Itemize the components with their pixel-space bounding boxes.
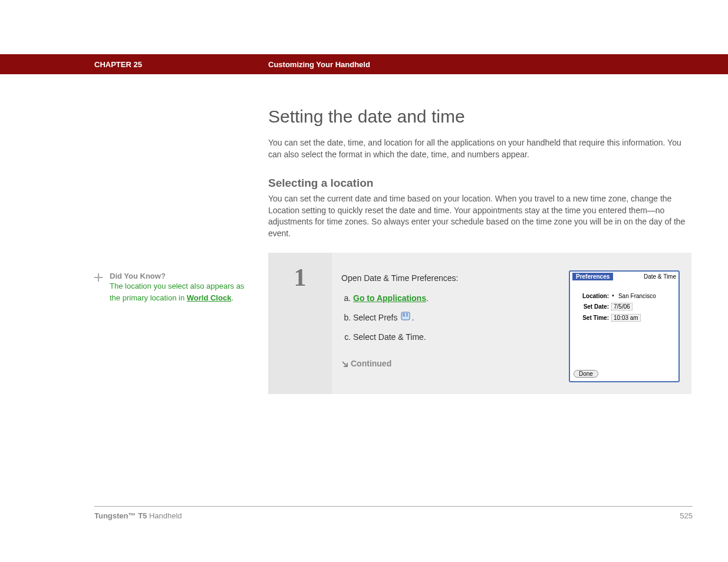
tip-body: The location you select also appears as … [110,280,245,303]
chapter-label: CHAPTER 25 [94,60,268,69]
main-content: Setting the date and time You can set th… [268,74,693,394]
chapter-title: Customizing Your Handheld [268,60,370,69]
palm-date-row: Set Date: 7/5/06 [575,303,674,310]
did-you-know-tip: Did You Know? The location you select al… [94,272,245,303]
step-number: 1 [268,263,332,292]
page-title: Setting the date and time [268,107,693,127]
palm-title-right: Date & Time [644,273,676,280]
svg-rect-5 [406,315,408,315]
continued-indicator: Continued [341,356,551,372]
section-paragraph: You can set the current date and time ba… [268,193,693,239]
step-box: 1 Open Date & Time Preferences: Go to Ap… [268,253,691,394]
step-number-column: 1 [268,253,332,394]
palm-date-value: 7/5/06 [611,303,633,310]
palm-done-button: Done [574,370,598,378]
palm-time-label: Set Time: [575,315,609,321]
world-clock-link[interactable]: World Clock [187,293,232,302]
step-lead: Open Date & Time Preferences: [341,270,551,286]
palm-location-value: San Francisco [618,293,656,299]
header-bar: CHAPTER 25 Customizing Your Handheld [0,54,728,74]
page-number: 525 [680,511,693,520]
palm-time-value: 10:03 am [611,314,641,322]
go-to-applications-link[interactable]: Go to Applications [353,293,426,303]
palm-preferences-screenshot: Preferences Date & Time Location: ▼ San … [569,270,680,382]
step-item-a: Go to Applications. [353,290,551,306]
footer: Tungsten™ T5 Handheld 525 [94,506,693,520]
prefs-icon [400,310,411,326]
svg-rect-4 [406,313,408,314]
plus-icon [94,272,103,303]
palm-date-label: Set Date: [575,303,609,310]
svg-rect-2 [403,315,405,315]
palm-time-row: Set Time: 10:03 am [575,314,674,322]
palm-location-row: Location: ▼ San Francisco [575,293,674,299]
svg-rect-3 [403,316,405,316]
step-instructions: Open Date & Time Preferences: Go to Appl… [341,270,551,382]
step-item-b: Select Prefs . [353,310,551,326]
tip-title: Did You Know? [110,272,245,280]
step-item-c: Select Date & Time. [353,329,551,345]
intro-paragraph: You can set the date, time, and location… [268,137,693,160]
continued-arrow-icon [341,359,351,368]
dropdown-triangle-icon: ▼ [611,294,615,297]
sidebar: Did You Know? The location you select al… [94,74,268,394]
svg-rect-1 [403,313,405,314]
palm-title-left: Preferences [572,273,613,280]
palm-location-label: Location: [575,293,609,299]
product-name: Tungsten™ T5 Handheld [94,511,182,520]
tip-body-suffix: . [231,293,233,302]
svg-rect-6 [406,316,408,316]
section-heading: Selecting a location [268,177,693,190]
